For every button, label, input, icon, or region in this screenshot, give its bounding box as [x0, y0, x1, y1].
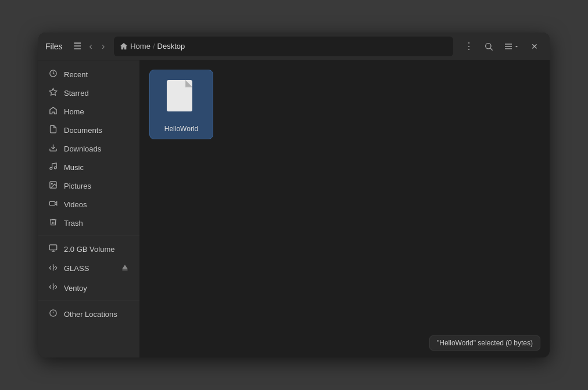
svg-rect-12 — [49, 201, 55, 205]
breadcrumb-bar: Home / Desktop — [114, 37, 453, 56]
close-button[interactable]: ✕ — [526, 38, 543, 55]
forward-button[interactable]: › — [97, 39, 109, 54]
breadcrumb-home-label: Home — [130, 42, 150, 50]
svg-point-0 — [486, 43, 491, 48]
status-bar: "HelloWorld" selected (0 bytes) — [429, 335, 540, 351]
file-item-helloworld[interactable]: HelloWorld — [149, 70, 213, 139]
glass-icon — [48, 263, 58, 274]
sidebar-item-music[interactable]: Music — [38, 158, 139, 176]
sidebar-divider-2 — [38, 301, 139, 301]
ventoy-icon — [48, 283, 58, 293]
videos-icon — [48, 199, 58, 210]
sidebar-divider — [38, 236, 139, 236]
sidebar-label-documents: Documents — [64, 126, 102, 135]
sidebar-item-downloads[interactable]: Downloads — [38, 139, 139, 158]
status-text: "HelloWorld" selected (0 bytes) — [437, 339, 533, 347]
other-locations-icon — [48, 309, 58, 319]
file-document-icon — [164, 79, 198, 118]
sidebar-item-trash[interactable]: Trash — [38, 214, 139, 232]
content-area: HelloWorld "HelloWorld" selected (0 byte… — [140, 60, 550, 358]
sidebar-item-home[interactable]: Home — [38, 102, 139, 121]
sidebar-label-glass: GLASS — [64, 264, 89, 273]
sidebar-label-trash: Trash — [64, 219, 83, 228]
sidebar-item-pictures[interactable]: Pictures — [38, 176, 139, 195]
breadcrumb-separator: / — [153, 42, 155, 50]
sidebar-item-recent[interactable]: Recent — [38, 65, 139, 84]
breadcrumb-current: Desktop — [157, 42, 185, 50]
eject-icon — [121, 263, 129, 272]
eject-glass-button[interactable] — [120, 262, 130, 275]
svg-marker-17 — [122, 265, 127, 269]
music-icon — [48, 162, 58, 172]
sidebar-label-home: Home — [64, 107, 84, 116]
sidebar-label-volume: 2.0 GB Volume — [64, 245, 114, 254]
sidebar-item-documents[interactable]: Documents — [38, 121, 139, 139]
home-icon — [120, 42, 128, 50]
svg-rect-18 — [122, 270, 127, 270]
sidebar-item-glass[interactable]: GLASS — [38, 258, 139, 279]
list-view-button[interactable] — [500, 39, 524, 53]
menu-button[interactable]: ☰ — [70, 38, 85, 54]
list-view-icon — [504, 42, 513, 51]
sidebar-item-other-locations[interactable]: Other Locations — [38, 305, 139, 323]
trash-icon — [48, 218, 58, 228]
svg-marker-13 — [55, 201, 56, 205]
sidebar-item-volume[interactable]: 2.0 GB Volume — [38, 240, 139, 258]
volume-icon — [48, 244, 58, 254]
sidebar-label-videos: Videos — [64, 200, 87, 209]
search-icon — [484, 42, 493, 51]
sidebar-label-recent: Recent — [64, 70, 88, 79]
back-button[interactable]: ‹ — [85, 39, 97, 54]
svg-rect-14 — [49, 245, 57, 250]
svg-marker-6 — [49, 88, 57, 95]
starred-icon — [48, 88, 58, 98]
files-window: Files ☰ ‹ › Home / Desktop ⋮ — [38, 32, 550, 358]
sidebar-label-ventoy: Ventoy — [64, 284, 87, 292]
sidebar-item-ventoy[interactable]: Ventoy — [38, 279, 139, 297]
svg-line-1 — [490, 48, 493, 50]
sidebar-label-downloads: Downloads — [64, 145, 101, 153]
toolbar-actions: ⋮ ✕ — [460, 38, 543, 55]
sidebar-label-music: Music — [64, 163, 84, 172]
sort-chevron-icon — [513, 43, 520, 50]
breadcrumb-home[interactable]: Home — [120, 42, 150, 50]
sidebar-label-pictures: Pictures — [64, 182, 91, 190]
more-options-button[interactable]: ⋮ — [460, 38, 478, 54]
search-button[interactable] — [480, 39, 497, 53]
svg-point-9 — [54, 167, 56, 169]
pictures-icon — [48, 180, 58, 191]
sidebar: Recent Starred Home — [38, 60, 140, 358]
downloads-icon — [48, 143, 58, 154]
recent-icon — [48, 69, 58, 80]
main-area: Recent Starred Home — [38, 60, 550, 358]
file-name-helloworld: HelloWorld — [164, 125, 198, 134]
file-icon-wrap — [163, 77, 200, 120]
file-grid: HelloWorld — [149, 70, 540, 139]
window-title: Files — [45, 42, 63, 51]
glass-item-left: GLASS — [48, 263, 89, 274]
home-sidebar-icon — [48, 106, 58, 117]
sidebar-item-videos[interactable]: Videos — [38, 195, 139, 214]
sidebar-label-other-locations: Other Locations — [64, 310, 117, 319]
svg-point-11 — [51, 183, 52, 184]
svg-point-8 — [49, 167, 52, 169]
documents-icon — [48, 125, 58, 135]
sidebar-item-starred[interactable]: Starred — [38, 84, 139, 102]
sidebar-label-starred: Starred — [64, 89, 89, 98]
titlebar: Files ☰ ‹ › Home / Desktop ⋮ — [38, 32, 550, 60]
